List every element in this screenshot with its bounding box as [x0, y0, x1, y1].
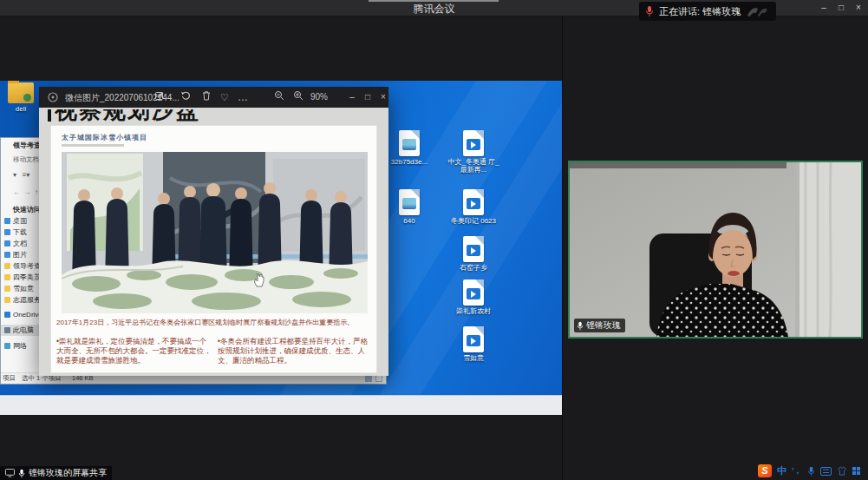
desktop-icon-label: dell — [2, 105, 40, 113]
sidebar-item-thispc[interactable]: 此电脑 — [1, 325, 39, 336]
viewer-maximize-button[interactable]: □ — [360, 90, 375, 104]
zoom-out-button[interactable] — [271, 90, 287, 104]
video-file-icon — [463, 279, 484, 306]
view-toggle-icon[interactable] — [375, 375, 382, 382]
zoom-in-icon — [293, 90, 303, 101]
officials-photo — [62, 152, 368, 313]
image-file-icon — [399, 130, 420, 156]
meeting-app-window: 腾讯会议 – □ × 正在讲话: 铿锵玫瑰 dell 领导考查 移动文档、软件 — [0, 0, 868, 480]
zoom-in-button[interactable] — [290, 90, 306, 104]
participant-name: 铿锵玫瑰 — [586, 319, 621, 332]
desktop-icon-video1[interactable]: 中文_冬奥通 厅_最新再... — [446, 130, 501, 174]
photos-app-icon — [48, 92, 58, 102]
desktop-icon-image1[interactable]: 32b75d3e... — [382, 130, 437, 166]
trash-icon — [201, 90, 212, 101]
folder-mini-icon — [4, 286, 10, 292]
speaking-toast[interactable]: 正在讲话: 铿锵玫瑰 — [639, 2, 776, 21]
ime-toolbox-icon[interactable] — [852, 467, 860, 475]
slide-bullet-left: •崇礼就是崇礼，定位要搞清楚，不要搞成一个大而全、无所不包的大都会。一定要找准定… — [56, 337, 212, 365]
image-file-icon — [399, 189, 420, 215]
maximize-button[interactable]: □ — [833, 1, 849, 15]
viewer-title-bar: 微信图片_20220706102244... — [39, 87, 388, 108]
up-icon: ↑ — [35, 188, 38, 196]
ime-punctuation-toggle[interactable]: ’， — [792, 465, 802, 477]
sogou-logo-icon[interactable]: S — [758, 464, 772, 477]
close-button[interactable]: × — [851, 1, 866, 15]
slide-bullet-right: •冬奥会所有建设工程都要坚持百年大计，严格按照规划计划推进，确保建成优质、生态、… — [218, 337, 372, 365]
windows-taskbar: e 日本前首相遭枪击 搜索一下 M 64°C CPU温度 30°C ^ — [0, 395, 562, 415]
desktop-icon-video2[interactable]: 冬奥印记 0623 — [446, 189, 501, 225]
video-file-icon — [463, 130, 484, 156]
desktop-mini-icon — [4, 218, 10, 224]
viewer-minimize-button[interactable]: – — [344, 90, 360, 104]
video-file-icon — [463, 326, 484, 352]
favorite-button[interactable]: ♡ — [217, 90, 232, 104]
rotate-icon — [180, 90, 191, 101]
video-file-icon — [463, 236, 484, 262]
status-items: 项目 — [3, 373, 16, 384]
downloads-mini-icon — [4, 229, 10, 235]
shared-screen-desktop: dell 领导考查 移动文档、软件 ▾ ≡▾ ← → ↑ 快速访问 桌面 下载 … — [0, 81, 562, 395]
slide-caption: 2017年1月23日，习近平总书记在冬奥会张家口赛区规划临时展厅察看规划沙盘并作… — [56, 318, 374, 327]
rotate-button[interactable] — [178, 90, 193, 104]
share-banner-text: 铿锵玫瑰的屏幕共享 — [29, 467, 107, 479]
forward-icon: → — [23, 188, 30, 196]
view-toggle-icon[interactable] — [365, 375, 372, 382]
desktop-icon-video5[interactable]: 雪如意 — [446, 326, 501, 362]
cloud-mini-icon — [4, 312, 10, 318]
edit-button[interactable] — [152, 90, 167, 104]
hand-icons — [746, 5, 768, 17]
video-file-icon — [463, 189, 484, 215]
speaking-label: 正在讲话: 铿锵玫瑰 — [659, 5, 741, 18]
pictures-mini-icon — [4, 252, 10, 258]
dropdown-icon: ▾ — [13, 171, 16, 179]
webcam-video — [570, 162, 861, 337]
edit-icon — [154, 90, 165, 101]
folder-mini-icon — [4, 263, 10, 269]
microphone-icon — [18, 469, 25, 478]
microphone-icon — [645, 5, 654, 17]
pc-mini-icon — [4, 327, 10, 333]
ime-mode-toggle[interactable]: 中 — [777, 464, 786, 477]
documents-mini-icon — [4, 240, 10, 247]
participant-name-badge: 铿锵玫瑰 — [574, 319, 625, 332]
network-mini-icon — [4, 343, 10, 349]
desktop-icon-video4[interactable]: 崇礼新农村 — [446, 279, 501, 315]
desktop-icon-image2[interactable]: 640 — [382, 189, 437, 225]
screen-share-banner: 铿锵玫瑰的屏幕共享 — [0, 466, 112, 480]
person-badge-icon — [23, 94, 31, 102]
screen-icon — [5, 469, 15, 477]
more-button[interactable]: … — [235, 90, 251, 104]
ime-toolbar: S 中 ’， — [758, 464, 860, 478]
zoom-level[interactable]: 90% — [308, 90, 330, 104]
desktop-icon-video3[interactable]: 石窑子乡 — [446, 236, 501, 272]
microphone-icon — [577, 321, 584, 331]
folder-mini-icon — [4, 274, 10, 280]
ime-mic-icon[interactable] — [807, 466, 815, 477]
back-icon: ← — [13, 188, 20, 196]
ime-keyboard-icon[interactable] — [820, 467, 832, 476]
desktop-icon-dell[interactable]: dell — [2, 82, 40, 113]
delete-button[interactable] — [199, 90, 214, 104]
slide-heading-clipped: 视察规划沙盘 — [55, 109, 367, 123]
heading-bar — [48, 109, 51, 122]
dropdown-icon: ▾ — [26, 171, 29, 179]
slide-card-subtitle-line — [62, 144, 124, 147]
participant-video-tile[interactable]: 铿锵玫瑰 — [568, 161, 863, 339]
zoom-out-icon — [274, 90, 284, 101]
slide-card-title: 太子城国际冰雪小镇项目 — [62, 133, 147, 142]
photo-viewer-window: 微信图片_20220706102244... — [39, 87, 388, 376]
minimize-button[interactable]: – — [816, 1, 832, 15]
viewer-close-button[interactable]: × — [375, 90, 391, 104]
panel-divider — [562, 16, 563, 480]
user-folder-icon — [8, 82, 34, 103]
ime-skin-icon[interactable] — [837, 466, 847, 476]
slide-card: 太子城国际冰雪小镇项目 — [50, 125, 377, 373]
folder-mini-icon — [4, 297, 10, 303]
